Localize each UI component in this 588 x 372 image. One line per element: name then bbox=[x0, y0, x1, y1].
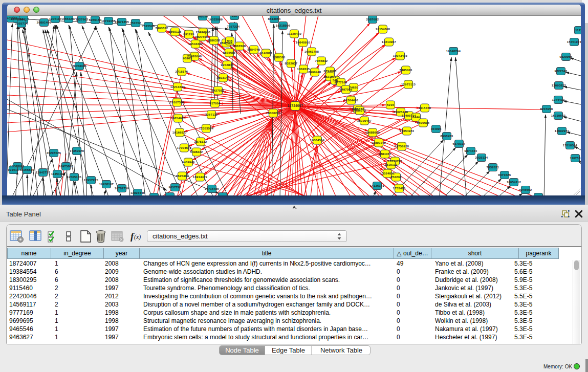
svg-text:20891406: 20891406 bbox=[37, 21, 52, 24]
svg-text:17359928: 17359928 bbox=[70, 149, 84, 152]
svg-text:19756928: 19756928 bbox=[395, 145, 409, 148]
svg-text:1615112: 1615112 bbox=[385, 163, 398, 166]
svg-text:18120746: 18120746 bbox=[388, 160, 403, 163]
svg-text:991511: 991511 bbox=[8, 168, 19, 171]
svg-text:8454749: 8454749 bbox=[248, 48, 260, 51]
svg-text:1244413: 1244413 bbox=[552, 98, 565, 101]
svg-text:2087682: 2087682 bbox=[366, 18, 379, 21]
svg-text:10654985: 10654985 bbox=[171, 117, 186, 120]
svg-text:5498222: 5498222 bbox=[190, 150, 203, 154]
svg-text:19166827: 19166827 bbox=[172, 131, 187, 134]
svg-text:8444: 8444 bbox=[412, 116, 420, 119]
svg-text:10671355: 10671355 bbox=[115, 20, 129, 24]
svg-text:8471626: 8471626 bbox=[498, 173, 511, 177]
svg-text:11325419: 11325419 bbox=[287, 32, 301, 35]
svg-text:17957225: 17957225 bbox=[84, 179, 99, 182]
svg-text:10973493: 10973493 bbox=[393, 54, 408, 57]
svg-text:10653267: 10653267 bbox=[61, 17, 76, 20]
svg-text:98961: 98961 bbox=[183, 57, 192, 60]
svg-text:10688609: 10688609 bbox=[365, 131, 380, 134]
svg-text:3267110: 3267110 bbox=[205, 113, 218, 116]
svg-text:10654112: 10654112 bbox=[507, 181, 521, 184]
svg-text:160338: 160338 bbox=[197, 16, 208, 18]
svg-text:8215958: 8215958 bbox=[540, 107, 553, 111]
svg-text:9115460: 9115460 bbox=[419, 106, 431, 110]
svg-text:129234: 129234 bbox=[164, 195, 176, 195]
svg-text:12923: 12923 bbox=[218, 195, 227, 195]
svg-text:8186328: 8186328 bbox=[208, 39, 221, 42]
svg-text:1145139: 1145139 bbox=[51, 172, 64, 176]
svg-text:6216: 6216 bbox=[387, 103, 395, 106]
svg-text:2803144: 2803144 bbox=[217, 76, 230, 79]
svg-text:7632621: 7632621 bbox=[487, 166, 499, 169]
svg-text:8938923: 8938923 bbox=[441, 135, 453, 138]
svg-text:17004678: 17004678 bbox=[177, 146, 192, 149]
svg-text:252234: 252234 bbox=[390, 176, 402, 179]
svg-text:164095: 164095 bbox=[430, 127, 442, 130]
svg-text:8660128: 8660128 bbox=[169, 30, 182, 33]
svg-text:(x): (x) bbox=[134, 233, 141, 240]
svg-text:16914479: 16914479 bbox=[193, 176, 208, 179]
svg-text:13524851: 13524851 bbox=[380, 172, 395, 175]
svg-text:12093822: 12093822 bbox=[552, 84, 567, 87]
svg-text:13654923: 13654923 bbox=[400, 129, 415, 133]
svg-text:10154808: 10154808 bbox=[376, 28, 390, 31]
svg-text:23226058: 23226058 bbox=[196, 31, 211, 34]
svg-text:7625402: 7625402 bbox=[176, 174, 189, 178]
svg-text:9146821: 9146821 bbox=[260, 52, 273, 55]
svg-text:2718176: 2718176 bbox=[176, 70, 188, 73]
svg-text:13692971: 13692971 bbox=[555, 129, 570, 133]
svg-text:10025438: 10025438 bbox=[394, 111, 408, 114]
svg-text:3878332: 3878332 bbox=[194, 140, 207, 143]
svg-text:16033809: 16033809 bbox=[208, 18, 223, 21]
svg-text:2055714: 2055714 bbox=[15, 22, 28, 25]
svg-text:16961758: 16961758 bbox=[304, 50, 319, 53]
svg-text:74620: 74620 bbox=[349, 86, 358, 89]
svg-text:2867608: 2867608 bbox=[233, 45, 246, 48]
svg-text:12213967: 12213967 bbox=[382, 40, 397, 43]
svg-text:10975887: 10975887 bbox=[59, 165, 74, 168]
svg-text:9657791: 9657791 bbox=[169, 186, 182, 189]
svg-text:9474444: 9474444 bbox=[465, 149, 477, 152]
svg-text:17016504: 17016504 bbox=[563, 144, 578, 147]
svg-text:1621072: 1621072 bbox=[324, 75, 337, 78]
svg-text:12505135: 12505135 bbox=[67, 176, 82, 179]
svg-text:9827500: 9827500 bbox=[195, 35, 208, 38]
svg-text:15716485: 15716485 bbox=[205, 187, 220, 190]
svg-text:16210643: 16210643 bbox=[551, 114, 566, 117]
svg-text:13583001: 13583001 bbox=[10, 165, 25, 168]
svg-text:14136141: 14136141 bbox=[370, 184, 385, 187]
svg-text:26206526: 26206526 bbox=[47, 151, 61, 155]
svg-text:18807249: 18807249 bbox=[372, 141, 386, 144]
svg-text:10719155: 10719155 bbox=[101, 19, 116, 23]
svg-text:546: 546 bbox=[227, 39, 233, 42]
svg-text:10958107: 10958107 bbox=[99, 183, 114, 186]
svg-text:5409949: 5409949 bbox=[182, 161, 195, 164]
svg-text:9227342: 9227342 bbox=[555, 70, 568, 73]
svg-text:7357224: 7357224 bbox=[227, 25, 240, 28]
svg-text:9884067: 9884067 bbox=[379, 152, 391, 156]
svg-text:8322037: 8322037 bbox=[285, 62, 298, 65]
svg-text:8427552: 8427552 bbox=[212, 89, 225, 92]
svg-text:12923448: 12923448 bbox=[130, 191, 145, 194]
svg-text:7485003: 7485003 bbox=[400, 69, 412, 72]
svg-text:1588520: 1588520 bbox=[273, 56, 286, 59]
svg-text:189117: 189117 bbox=[18, 18, 29, 21]
svg-text:21364436: 21364436 bbox=[344, 99, 359, 102]
svg-text:18724007: 18724007 bbox=[288, 104, 303, 107]
svg-text:963: 963 bbox=[232, 16, 237, 17]
svg-text:16640910: 16640910 bbox=[296, 41, 311, 44]
svg-text:12353594: 12353594 bbox=[199, 127, 214, 130]
svg-text:1733426: 1733426 bbox=[393, 187, 406, 190]
svg-text:1905117: 1905117 bbox=[49, 17, 62, 20]
svg-text:8875685: 8875685 bbox=[223, 51, 236, 54]
svg-text:116753: 116753 bbox=[570, 157, 581, 160]
svg-text:751552: 751552 bbox=[130, 21, 141, 25]
svg-text:8990448: 8990448 bbox=[309, 71, 321, 74]
svg-text:1527602: 1527602 bbox=[76, 18, 89, 21]
svg-text:20053346: 20053346 bbox=[72, 64, 87, 68]
svg-text:891295: 891295 bbox=[183, 33, 194, 36]
svg-text:15720407: 15720407 bbox=[357, 119, 372, 122]
svg-text:7515526: 7515526 bbox=[142, 25, 155, 28]
svg-text:9329966: 9329966 bbox=[560, 55, 573, 58]
